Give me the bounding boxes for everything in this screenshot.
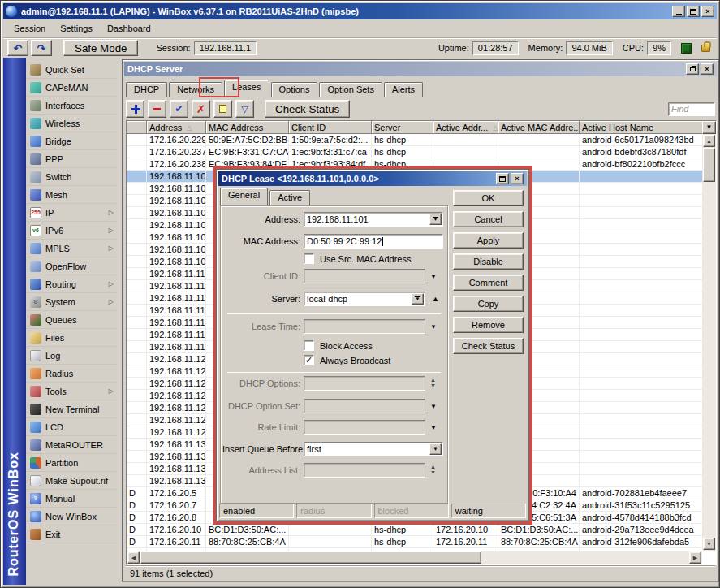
enable-button[interactable]: ✔ (170, 100, 188, 118)
column-header-active-mac-addre[interactable]: Active MAC Addre... (498, 121, 580, 134)
undo-button[interactable]: ↶ (7, 40, 28, 56)
column-header-address[interactable]: Address△ (147, 121, 206, 134)
vertical-scroll-thumb[interactable] (703, 148, 715, 182)
sidebar-item-bridge[interactable]: Bridge (26, 132, 117, 150)
column-header-active-addr[interactable]: Active Addr...△ (433, 121, 498, 134)
up-arrow-button[interactable]: ▲ (432, 295, 439, 303)
tab-option-sets[interactable]: Option Sets (319, 82, 382, 97)
sidebar-item-lcd[interactable]: LCD (26, 418, 117, 436)
column-picker-button[interactable]: ▼ (702, 121, 716, 134)
scroll-down-button[interactable]: ▼ (703, 538, 715, 550)
sidebar-item-ipv6[interactable]: v6IPv6▷ (26, 222, 117, 240)
dialog-tab-active[interactable]: Active (269, 190, 310, 205)
sidebar-item-new-terminal[interactable]: New Terminal (26, 400, 117, 418)
sidebar-item-wireless[interactable]: Wireless (26, 115, 117, 132)
sidebar-item-tools[interactable]: Tools▷ (26, 383, 117, 400)
dhcp-restore-button[interactable] (686, 63, 699, 75)
comment-button[interactable] (213, 100, 232, 118)
table-row[interactable]: 172.16.20.237EC:9B:F3:31:C7:CA1:ec:9b:f3… (127, 146, 702, 158)
find-input[interactable] (668, 102, 715, 116)
column-header-mac-address[interactable]: MAC Address (206, 121, 289, 134)
sidebar-item-system[interactable]: ⚙System▷ (26, 293, 117, 311)
insert-queue-before-input[interactable]: first▼ (304, 442, 443, 456)
add-button[interactable] (126, 100, 144, 118)
sidebar-item-openflow[interactable]: OpenFlow (26, 257, 117, 275)
table-row[interactable]: D172.16.20.1188:70:8C:25:CB:4Ahs-dhcp172… (127, 536, 702, 548)
sidebar-item-files[interactable]: Files (26, 329, 117, 347)
block-access-checkbox[interactable] (304, 340, 314, 351)
tab-leases[interactable]: Leases (224, 80, 269, 97)
sidebar-item-queues[interactable]: Queues (26, 311, 117, 329)
comment-button[interactable]: Comment (453, 275, 524, 291)
sidebar-item-manual[interactable]: ?Manual (26, 490, 117, 508)
spinner-arrows-icon[interactable]: ▲▼ (430, 377, 436, 388)
redo-button[interactable]: ↷ (31, 40, 52, 56)
dhcp-close-button[interactable]: × (701, 63, 714, 75)
use-src-mac-address-checkbox[interactable] (304, 253, 314, 264)
scroll-right-button[interactable]: ▶ (689, 551, 701, 564)
menu-settings[interactable]: Settings (53, 22, 100, 35)
column-header-client-id[interactable]: Client ID (289, 121, 372, 134)
dropdown-arrow-icon[interactable]: ▼ (430, 273, 437, 280)
tab-dhcp[interactable]: DHCP (126, 82, 167, 97)
apply-button[interactable]: Apply (453, 232, 524, 249)
sidebar-item-make-supout-rif[interactable]: Make Supout.rif (26, 472, 117, 490)
dropdown-button[interactable]: ▼ (412, 293, 424, 305)
menu-dashboard[interactable]: Dashboard (100, 22, 158, 35)
tab-options[interactable]: Options (271, 82, 318, 97)
server-input[interactable]: local-dhcp▼ (304, 292, 425, 306)
close-button[interactable]: × (701, 6, 714, 17)
dropdown-arrow-icon[interactable]: ▼ (430, 403, 437, 410)
sidebar-item-new-winbox[interactable]: New WinBox (26, 508, 117, 525)
dialog-close-button[interactable]: × (511, 173, 524, 184)
tab-networks[interactable]: Networks (169, 82, 222, 97)
horizontal-scroll-thumb[interactable] (140, 551, 481, 564)
sidebar-item-partition[interactable]: Partition (26, 454, 117, 472)
scroll-left-button[interactable]: ◀ (127, 551, 140, 564)
tab-alerts[interactable]: Alerts (384, 82, 423, 97)
table-row[interactable]: 172.16.20.22950:9E:A7:5C:D2:BB1:50:9e:a7… (127, 134, 702, 146)
filter-button[interactable]: ▽ (235, 100, 254, 118)
safe-mode-button[interactable]: Safe Mode (63, 40, 138, 56)
sidebar-item-quick-set[interactable]: Quick Set (26, 61, 117, 79)
vertical-scrollbar[interactable]: ▲ ▼ (702, 134, 716, 551)
column-header-flag[interactable] (127, 121, 147, 134)
sidebar-item-log[interactable]: Log (26, 347, 117, 365)
sidebar-item-ppp[interactable]: PPP (26, 150, 117, 168)
sidebar-item-switch[interactable]: Switch (26, 168, 117, 186)
maximize-button[interactable] (687, 6, 700, 17)
dhcp-window-titlebar[interactable]: DHCP Server × (124, 62, 717, 76)
copy-button[interactable]: Copy (453, 296, 524, 312)
sidebar-item-exit[interactable]: Exit (26, 525, 117, 543)
address-input[interactable]: 192.168.11.101▼ (304, 212, 443, 227)
check-status-button[interactable]: Check Status (453, 338, 524, 354)
dialog-tab-general[interactable]: General (220, 188, 268, 205)
table-row[interactable]: D172.16.20.10BC:D1:D3:50:AC:...hs-dhcp17… (127, 524, 702, 536)
column-header-active-host-name[interactable]: Active Host Name (580, 121, 702, 134)
dialog-titlebar[interactable]: DHCP Lease <192.168.11.101,0.0.0.0> × (218, 171, 527, 186)
sidebar-item-mesh[interactable]: Mesh (26, 186, 117, 204)
minimize-button[interactable] (672, 6, 685, 17)
sidebar-item-capsman[interactable]: CAPsMAN (26, 79, 117, 97)
column-header-server[interactable]: Server (372, 121, 433, 134)
remove-button[interactable] (148, 100, 166, 118)
dialog-maximize-button[interactable] (496, 173, 509, 184)
remove-button[interactable]: Remove (453, 317, 524, 333)
dropdown-arrow-icon[interactable]: ▼ (430, 323, 437, 331)
sidebar-item-routing[interactable]: Routing▷ (26, 275, 117, 293)
dropdown-arrow-icon[interactable]: ▼ (430, 424, 437, 431)
sidebar-item-radius[interactable]: Radius (26, 365, 117, 383)
ok-button[interactable]: OK (453, 190, 524, 206)
scroll-up-button[interactable]: ▲ (703, 135, 715, 147)
always-broadcast-checkbox[interactable]: ✓ (304, 355, 314, 365)
sidebar-item-ip[interactable]: 255IP▷ (26, 204, 117, 222)
dropdown-button[interactable]: ▼ (429, 443, 442, 455)
dropdown-button[interactable]: ▼ (429, 214, 442, 225)
sidebar-item-metarouter[interactable]: MetaROUTER (26, 436, 117, 454)
disable-button[interactable]: ✗ (192, 100, 210, 118)
sidebar-item-mpls[interactable]: MPLS▷ (26, 240, 117, 257)
menu-session[interactable]: Session (6, 22, 53, 35)
spinner-arrows-icon[interactable]: ▲▼ (430, 464, 436, 475)
mac-address-input[interactable]: D0:50:99:2C:99:12 (304, 234, 443, 249)
sidebar-item-interfaces[interactable]: Interfaces (26, 97, 117, 115)
